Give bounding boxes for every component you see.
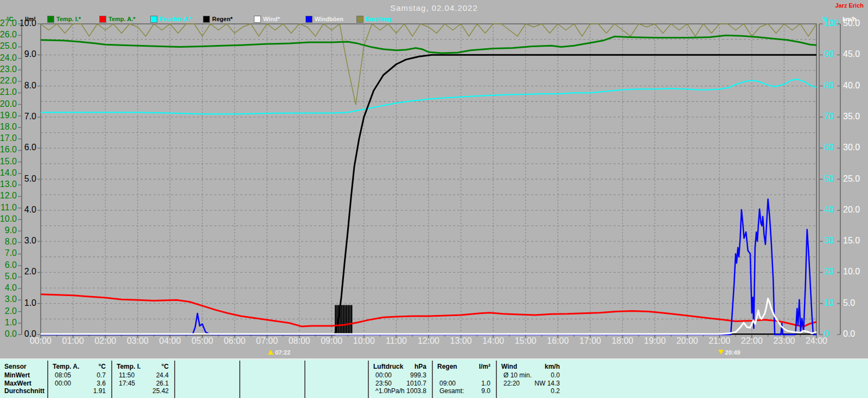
humidity-tick-label: 90 <box>824 49 834 59</box>
time-tick-label: 05:00 <box>192 336 213 345</box>
legend-label: Temp. A.* <box>108 16 136 22</box>
table-cell-time: Gesamt: <box>439 387 464 395</box>
time-tick-label: 06:00 <box>224 336 245 345</box>
temp-c-tick-label: 1.0 <box>5 318 17 327</box>
temp-c-axis: 0.01.02.03.04.05.06.07.08.09.010.011.012… <box>0 18 22 338</box>
table-col-unit: km/h <box>545 363 560 370</box>
table-row-label: Sensor <box>4 363 27 370</box>
rain-tick-label: 1.0 <box>24 298 36 307</box>
legend-item-feuchtea: Feuchte A.* <box>151 16 192 23</box>
rain-tick-label: 2.0 <box>24 267 36 276</box>
table-col-header: Regen <box>437 363 457 370</box>
rain-tick-label: 5.0 <box>24 174 36 183</box>
legend-item-windben: Windböen <box>306 16 343 23</box>
time-tick-label: 13:00 <box>450 336 472 345</box>
wind-tick-label: 45.0 <box>843 49 860 59</box>
table-cell-value: 0.2 <box>551 387 560 395</box>
table-col-header: Luftdruck <box>373 363 403 370</box>
rain-tick-label: 9.0 <box>24 49 36 59</box>
temp-c-tick-label: 15.0 <box>0 157 17 166</box>
temp-c-tick-label: 9.0 <box>5 226 17 235</box>
temp-c-tick-label: 3.0 <box>5 294 17 304</box>
legend-item-empfang: Empfang <box>357 16 391 23</box>
legend-swatch-icon <box>100 16 106 22</box>
table-cell-time: Ø 10 min. <box>503 371 532 379</box>
table-cell-value: 0.7 <box>97 371 106 379</box>
time-tick-label: 00:00 <box>30 336 52 345</box>
table-cell-time: ^1.0hPa/h <box>375 387 405 395</box>
table-row-label: MaxWert <box>4 380 31 387</box>
chart-legend: Temp. I.*Temp. A.*Feuchte A.*Regen*Wind*… <box>0 16 814 24</box>
legend-swatch-icon <box>357 16 363 22</box>
legend-swatch-icon <box>306 16 312 22</box>
wind-tick-label: 10.0 <box>843 267 860 276</box>
time-tick-label: 18:00 <box>611 336 633 345</box>
legend-item-tempa: Temp. A.* <box>100 16 136 23</box>
table-cell-value: 3.6 <box>97 380 106 387</box>
sunset-time: 20:49 <box>725 349 741 356</box>
rain-axis: 0.01.02.03.04.05.06.07.08.09.010.0 <box>20 18 41 338</box>
series-group <box>41 24 816 335</box>
temp-c-tick-label: 4.0 <box>5 283 17 292</box>
legend-label: Empfang <box>366 16 391 22</box>
temp-c-tick-label: 11.0 <box>1 203 17 212</box>
wind-tick-label: 5.0 <box>843 298 855 307</box>
temp-c-tick-label: 14.0 <box>0 168 17 177</box>
table-separator <box>432 361 433 398</box>
humidity-tick-label: 70 <box>824 112 834 121</box>
sunrise-marker: 07:22 <box>268 349 290 357</box>
rain-tick-label: 3.0 <box>24 236 36 245</box>
time-tick-label: 23:00 <box>773 336 795 345</box>
time-tick-label: 15:00 <box>515 336 537 345</box>
table-separator <box>47 361 48 398</box>
temp-c-tick-label: 13.0 <box>0 179 17 189</box>
table-col-unit: °C <box>99 363 106 370</box>
legend-label: Windböen <box>315 16 343 22</box>
time-tick-label: 19:00 <box>644 336 666 345</box>
legend-label: Temp. I.* <box>56 16 81 22</box>
series-line-Temp. A. <box>41 294 816 326</box>
table-col-unit: °C <box>162 363 169 370</box>
legend-swatch-icon <box>48 16 54 22</box>
table-cell-time: 09:00 <box>439 380 456 387</box>
legend-label: Regen* <box>212 16 233 22</box>
table-cell-value: NW 14.3 <box>534 380 560 387</box>
legend-item-tempi: Temp. I.* <box>48 16 81 23</box>
series-line-Wind <box>41 299 816 334</box>
wind-tick-label: 15.0 <box>843 236 860 245</box>
wind-axis: 0.05.010.015.020.025.030.035.040.045.050… <box>837 18 860 338</box>
wind-tick-label: 30.0 <box>843 143 860 152</box>
table-col-unit: hPa <box>414 363 426 370</box>
rain-tick-label: 7.0 <box>24 112 36 121</box>
time-tick-label: 01:00 <box>62 336 84 345</box>
rain-tick-label: 0.0 <box>24 329 36 338</box>
temp-c-tick-label: 24.0 <box>0 53 17 62</box>
axis-unit-humidity: % <box>822 16 828 22</box>
time-tick-label: 11:00 <box>386 336 407 345</box>
time-tick-label: 22:00 <box>741 336 763 345</box>
legend-label: Wind* <box>263 16 280 22</box>
table-cell-time: 23:50 <box>375 380 392 387</box>
table-cell-value: 25.42 <box>152 387 169 395</box>
table-separator <box>304 361 305 398</box>
sunset-marker: 20:49 <box>718 349 741 357</box>
table-separator <box>174 361 175 398</box>
table-cell-time: 22:20 <box>503 380 520 387</box>
humidity-tick-label: 10 <box>824 298 834 307</box>
rain-tick-label: 8.0 <box>24 81 36 90</box>
table-separator <box>111 361 112 398</box>
legend-swatch-icon <box>203 16 209 22</box>
table-cell-value: 1.0 <box>481 380 490 387</box>
series-line-Temp. I. <box>41 35 816 53</box>
temp-c-tick-label: 25.0 <box>0 41 17 50</box>
time-tick-label: 24:00 <box>806 336 827 345</box>
temp-c-tick-label: 22.0 <box>0 76 17 85</box>
rain-tick-label: 4.0 <box>24 205 36 214</box>
legend-item-wind: Wind* <box>254 16 280 23</box>
table-cell-time: 00:00 <box>375 371 392 379</box>
temp-c-tick-label: 17.0 <box>0 133 17 143</box>
wind-tick-label: 20.0 <box>843 205 860 214</box>
plot-border <box>41 24 816 335</box>
gridlines <box>41 24 816 335</box>
table-separator <box>368 361 369 398</box>
